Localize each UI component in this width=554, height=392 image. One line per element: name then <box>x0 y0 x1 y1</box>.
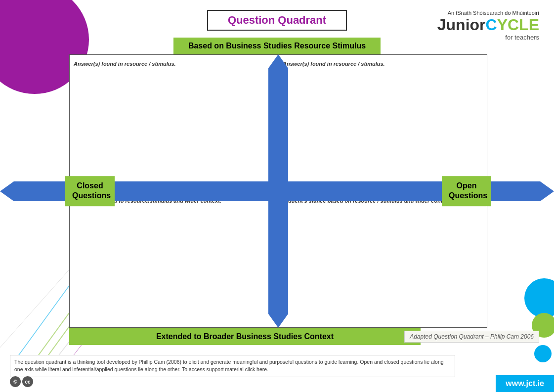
cc-circle2: cc <box>22 376 33 387</box>
quadrant-bottom-right: Student's stance based on resource / sti… <box>278 191 487 328</box>
bottom-banner: Extended to Broader Business Studies Con… <box>69 328 421 345</box>
header: Question Quadrant Based on Business Stud… <box>69 10 485 54</box>
arrowhead-right <box>540 181 554 201</box>
creative-commons-icon: © cc <box>10 376 33 387</box>
closed-questions-label: ClosedQuestions <box>65 176 115 207</box>
top-banner: Based on Business Studies Resource Stimu… <box>173 38 381 54</box>
quadrant-bottom-left: Answer(s) linked to resource/stimulus an… <box>69 191 278 328</box>
arrowhead-left <box>0 181 14 201</box>
quadrant-area: Answer(s) found in resource / stimulus. … <box>69 54 487 328</box>
arrowhead-down <box>268 314 288 328</box>
quadrant-top-left: Answer(s) found in resource / stimulus. <box>69 54 278 191</box>
jct-footer[interactable]: www.jct.ie <box>496 375 554 392</box>
footer-text: The question quadrant is a thinking tool… <box>14 359 444 373</box>
circle-blue-decoration <box>534 345 552 362</box>
open-questions-label: OpenQuestions <box>442 176 491 207</box>
jct-cycle-ycle: YCLE <box>497 16 539 34</box>
quadrant-top-right-text: Answer(s) found in resource / stimulus. <box>283 61 385 67</box>
arrowhead-up <box>268 54 288 68</box>
svg-line-4 <box>0 259 79 348</box>
circle-partial-decoration <box>524 278 554 318</box>
quadrant-top-right: Answer(s) found in resource / stimulus. <box>278 54 487 191</box>
attribution: Adapted Question Quadrant – Philip Cam 2… <box>404 331 539 343</box>
jct-cycle-c: C <box>486 16 497 34</box>
quadrant-top-left-text: Answer(s) found in resource / stimulus. <box>74 61 176 67</box>
footer-description: The question quadrant is a thinking tool… <box>10 355 455 378</box>
title-box: Question Quadrant <box>207 10 347 31</box>
cc-circle: © <box>10 376 21 387</box>
jct-website: www.jct.ie <box>506 379 544 388</box>
page-title: Question Quadrant <box>228 14 326 26</box>
